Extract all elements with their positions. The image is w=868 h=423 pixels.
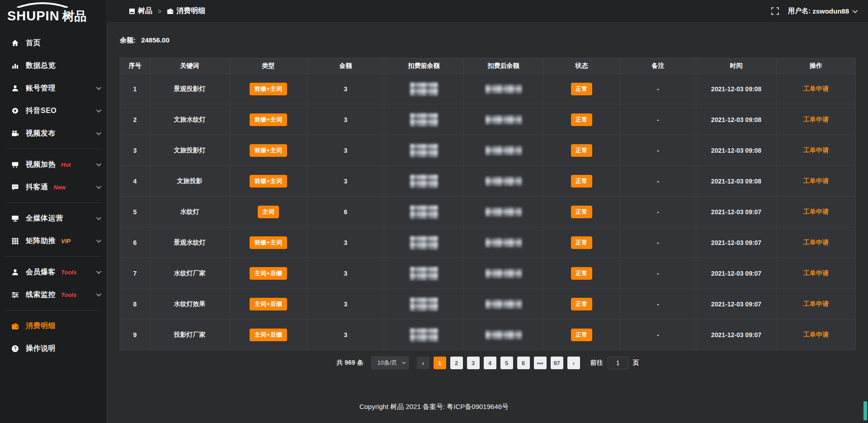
censored-balance-before bbox=[410, 297, 438, 311]
chevron-down-icon bbox=[96, 130, 101, 135]
breadcrumb-current[interactable]: 消费明细 bbox=[167, 6, 205, 16]
cell-balance-before bbox=[384, 227, 464, 258]
goto-page-input[interactable] bbox=[608, 357, 628, 369]
balance-line: 余额: 24856.00 bbox=[120, 36, 856, 46]
fullscreen-icon[interactable] bbox=[771, 7, 779, 15]
table-header-row: 序号 关键词 类型 金额 扣费前余额 扣费后余额 状态 备注 时间 操作 bbox=[120, 58, 856, 74]
sidebar-item-consumption-detail[interactable]: 消费明细 bbox=[0, 315, 106, 337]
work-order-link[interactable]: 工单申请 bbox=[803, 331, 829, 338]
page-size-value: 10条/页 bbox=[377, 359, 397, 367]
page-button[interactable]: 3 bbox=[467, 357, 480, 369]
goto-page: 前往 页 bbox=[590, 357, 639, 369]
table-row: 7 水纹灯厂家 主词+后缀 3 正常 - 2021-12-03 09:07 工单… bbox=[120, 258, 856, 289]
page-size-select[interactable]: 10条/页 bbox=[371, 356, 409, 370]
sidebar-item-instructions[interactable]: ? 操作说明 bbox=[0, 337, 106, 360]
cell-amount: 3 bbox=[307, 227, 384, 258]
work-order-link[interactable]: 工单申请 bbox=[803, 208, 829, 215]
home-icon bbox=[11, 39, 19, 47]
chevron-down-icon bbox=[96, 238, 101, 243]
chevron-down-icon bbox=[853, 8, 858, 13]
cell-balance-before bbox=[384, 320, 464, 350]
cell-time: 2021-12-03 09:08 bbox=[696, 104, 777, 135]
cell-keyword: 文旅水纹灯 bbox=[150, 104, 230, 135]
censored-balance-after bbox=[486, 115, 522, 124]
col-time: 时间 bbox=[696, 58, 777, 74]
work-order-link[interactable]: 工单申请 bbox=[803, 269, 829, 277]
page-button[interactable]: 4 bbox=[484, 357, 496, 369]
page-button[interactable]: 5 bbox=[500, 357, 513, 369]
vip-badge: VIP bbox=[61, 238, 71, 244]
cell-time: 2021-12-03 09:07 bbox=[696, 197, 777, 227]
col-index: 序号 bbox=[120, 58, 150, 74]
username-label: 用户名: bbox=[788, 7, 811, 15]
cell-index: 8 bbox=[120, 289, 150, 320]
cell-balance-before bbox=[384, 74, 464, 104]
sidebar-item-video-publish[interactable]: 视频发布 bbox=[0, 122, 106, 145]
page-button[interactable]: 97 bbox=[551, 357, 563, 369]
sidebar-item-all-media[interactable]: 全媒体运营 bbox=[0, 207, 106, 230]
work-order-link[interactable]: 工单申请 bbox=[803, 300, 829, 307]
cell-balance-before bbox=[384, 289, 464, 320]
sidebar-item-data-overview[interactable]: 数据总览 bbox=[0, 54, 106, 77]
cell-status: 正常 bbox=[543, 166, 620, 197]
logo-text-en: SHUPIN bbox=[7, 9, 60, 23]
next-page-button[interactable]: › bbox=[567, 357, 580, 369]
table-row: 9 投影灯厂家 主词+后缀 3 正常 - 2021-12-03 09:07 工单… bbox=[120, 320, 856, 350]
sidebar-item-clue-monitor[interactable]: 线索监控 Tools bbox=[0, 283, 106, 306]
breadcrumb-home[interactable]: 树品 bbox=[129, 6, 152, 16]
page-button[interactable]: 6 bbox=[517, 357, 530, 369]
cell-keyword: 景观水纹灯 bbox=[150, 227, 230, 258]
cell-remark: - bbox=[620, 135, 696, 166]
sidebar-item-label: 数据总览 bbox=[26, 61, 56, 70]
work-order-link[interactable]: 工单申请 bbox=[803, 239, 829, 246]
sidebar-item-label: 视频加热 bbox=[26, 160, 56, 169]
type-badge: 前缀+主词 bbox=[250, 144, 287, 157]
sidebar-item-douketong[interactable]: 抖客通 New bbox=[0, 176, 106, 198]
cell-keyword: 投影灯厂家 bbox=[150, 320, 230, 350]
cell-time: 2021-12-03 09:07 bbox=[696, 227, 777, 258]
hot-badge: Hot bbox=[61, 161, 71, 168]
cell-amount: 3 bbox=[307, 104, 384, 135]
page-button[interactable]: 2 bbox=[450, 357, 463, 369]
col-type: 类型 bbox=[230, 58, 307, 74]
footer: Copyright 树品 2021 备案号: 粤ICP备09019646号 bbox=[0, 403, 868, 411]
prev-page-button[interactable]: ‹ bbox=[417, 357, 429, 369]
cell-keyword: 文旅投影 bbox=[150, 166, 230, 197]
page-button[interactable]: ••• bbox=[534, 357, 547, 369]
sidebar-item-video-heat[interactable]: 视频加热 Hot bbox=[0, 153, 106, 176]
tools-badge: Tools bbox=[61, 269, 76, 276]
chevron-down-icon bbox=[402, 360, 406, 364]
cell-action: 工单申请 bbox=[777, 197, 856, 227]
sidebar-item-member-baoke[interactable]: 会员爆客 Tools bbox=[0, 261, 106, 283]
censored-balance-before bbox=[410, 144, 438, 157]
sidebar-item-douyin-seo[interactable]: 抖音SEO bbox=[0, 99, 106, 122]
work-order-link[interactable]: 工单申请 bbox=[803, 146, 829, 154]
col-balance-before: 扣费前余额 bbox=[384, 58, 464, 74]
sidebar-item-home[interactable]: 首页 bbox=[0, 32, 106, 54]
cell-status: 正常 bbox=[543, 227, 620, 258]
cell-amount: 3 bbox=[307, 74, 384, 104]
cell-amount: 6 bbox=[307, 197, 384, 227]
col-balance-after: 扣费后余额 bbox=[464, 58, 543, 74]
side-widget[interactable] bbox=[863, 401, 867, 420]
page-button[interactable]: 1 bbox=[434, 357, 446, 369]
cell-amount: 3 bbox=[307, 135, 384, 166]
cell-action: 工单申请 bbox=[777, 166, 856, 197]
user-menu[interactable]: 用户名: zswodun88 bbox=[788, 7, 856, 15]
work-order-link[interactable]: 工单申请 bbox=[803, 116, 829, 123]
work-order-link[interactable]: 工单申请 bbox=[803, 85, 829, 92]
status-badge: 正常 bbox=[571, 144, 592, 157]
sidebar-item-matrix-boost[interactable]: 矩阵助推 VIP bbox=[0, 230, 106, 252]
censored-balance-after bbox=[486, 300, 522, 309]
total-count: 共 969 条 bbox=[336, 359, 363, 367]
cell-action: 工单申请 bbox=[777, 258, 856, 289]
work-order-link[interactable]: 工单申请 bbox=[803, 177, 829, 184]
monitor-icon bbox=[11, 215, 19, 222]
censored-balance-after bbox=[486, 85, 522, 94]
sidebar-item-account-mgmt[interactable]: 账号管理 bbox=[0, 77, 106, 99]
sidebar-divider bbox=[5, 149, 101, 149]
type-badge: 主词+后缀 bbox=[250, 329, 287, 341]
type-badge: 主词+后缀 bbox=[250, 298, 287, 310]
cell-time: 2021-12-03 09:07 bbox=[696, 258, 777, 289]
col-remark: 备注 bbox=[620, 58, 696, 74]
